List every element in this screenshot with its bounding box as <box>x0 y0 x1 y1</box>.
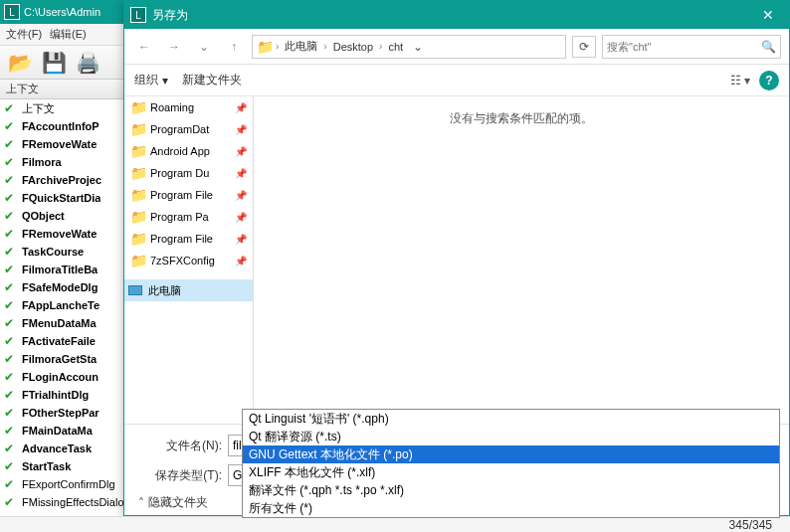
breadcrumb-dropdown[interactable]: ⌄ <box>409 40 427 54</box>
pin-icon: 📌 <box>235 256 247 266</box>
monitor-icon <box>128 285 142 295</box>
statusbar: 345/345 <box>0 516 790 532</box>
sidebar-item-this-pc[interactable]: 此电脑 <box>124 279 253 301</box>
sidebar-item-label: Program Du <box>150 167 229 179</box>
sidebar-item[interactable]: 📁Program Du📌 <box>124 162 253 184</box>
navbar: ← → ⌄ ↑ 📁 › 此电脑 › Desktop › cht ⌄ ⟳ 🔍 <box>124 29 789 65</box>
check-icon: ✔ <box>4 298 18 312</box>
menu-file[interactable]: 文件(F) <box>6 27 42 42</box>
sidebar-item[interactable]: 📁Program File📌 <box>124 228 253 250</box>
close-button[interactable]: ✕ <box>753 7 783 23</box>
context-item-label: FAccountInfoP <box>22 120 99 132</box>
pin-icon: 📌 <box>235 234 247 245</box>
save-icon[interactable]: 💾 <box>40 49 68 77</box>
filetype-label: 保存类型(T): <box>138 467 228 484</box>
pin-icon: 📌 <box>235 124 247 135</box>
sidebar-item[interactable]: 📁Program Pa📌 <box>124 206 253 228</box>
check-icon: ✔ <box>4 316 18 330</box>
folder-icon: 📁 <box>130 231 144 247</box>
status-count: 345/345 <box>729 518 772 532</box>
dropdown-item[interactable]: 翻译文件 (*.qph *.ts *.po *.xlf) <box>243 481 779 499</box>
context-item-label: FilmoraGetSta <box>22 353 97 365</box>
context-item-label: AdvanceTask <box>22 443 92 454</box>
help-icon[interactable]: ? <box>759 71 779 90</box>
sidebar-item-label: Program File <box>150 189 229 201</box>
open-icon[interactable]: 📂 <box>6 49 34 77</box>
folder-icon: 📁 <box>130 253 144 268</box>
chevron-right-icon: › <box>323 41 326 52</box>
dropdown-item[interactable]: Qt Linguist '短语书' (*.qph) <box>243 410 779 428</box>
context-item-label: StartTask <box>22 460 71 472</box>
dialog-app-icon: L <box>130 7 146 23</box>
filetype-dropdown[interactable]: Qt Linguist '短语书' (*.qph)Qt 翻译资源 (*.ts)G… <box>242 409 780 518</box>
folder-icon: 📁 <box>130 121 144 137</box>
recent-dropdown[interactable]: ⌄ <box>192 35 216 59</box>
sidebar-item-label: Roaming <box>150 101 229 113</box>
folder-icon: 📁 <box>130 143 144 159</box>
chevron-up-icon: ˄ <box>138 496 144 510</box>
check-icon: ✔ <box>4 406 18 420</box>
view-options-button[interactable]: ☷ ▾ <box>729 70 751 91</box>
breadcrumb-seg-1[interactable]: Desktop <box>329 41 377 53</box>
search-icon[interactable]: 🔍 <box>761 40 776 54</box>
check-icon: ✔ <box>4 119 18 133</box>
pin-icon: 📌 <box>235 190 247 201</box>
dropdown-item[interactable]: Qt 翻译资源 (*.ts) <box>243 428 779 445</box>
dropdown-item[interactable]: 所有文件 (*) <box>243 499 779 517</box>
content-area: 📁Roaming📌📁ProgramDat📌📁Android App📌📁Progr… <box>124 96 789 424</box>
chevron-right-icon: › <box>276 41 279 52</box>
context-item-label: FSafeModeDlg <box>22 281 98 293</box>
check-icon: ✔ <box>4 370 18 384</box>
sidebar-item[interactable]: 📁7zSFXConfig📌 <box>124 250 253 271</box>
search-box[interactable]: 🔍 <box>602 35 781 59</box>
forward-button[interactable]: → <box>162 35 186 59</box>
check-icon: ✔ <box>4 101 18 115</box>
filename-label: 文件名(N): <box>138 438 228 454</box>
print-icon[interactable]: 🖨️ <box>74 49 101 77</box>
context-item-label: FQuickStartDia <box>22 192 100 204</box>
chevron-down-icon: ▾ <box>162 74 168 88</box>
dialog-title: 另存为 <box>152 7 753 24</box>
folder-icon: 📁 <box>130 99 144 115</box>
context-item-label: FMainDataMa <box>22 425 93 437</box>
breadcrumb-seg-0[interactable]: 此电脑 <box>281 39 321 54</box>
sidebar-item[interactable]: 📁Roaming📌 <box>124 96 253 118</box>
context-item-label: FRemoveWate <box>22 138 97 150</box>
check-icon: ✔ <box>4 495 18 509</box>
context-item-label: FLoginAccoun <box>22 371 99 383</box>
sidebar-item-label: ProgramDat <box>150 123 229 135</box>
check-icon: ✔ <box>4 191 18 205</box>
sidebar-item-label: 7zSFXConfig <box>150 255 229 266</box>
dropdown-item[interactable]: GNU Gettext 本地化文件 (*.po) <box>243 445 779 463</box>
check-icon: ✔ <box>4 263 18 276</box>
context-item-label: TaskCourse <box>22 246 84 258</box>
folder-icon: 📁 <box>257 39 274 55</box>
check-icon: ✔ <box>4 442 18 455</box>
context-item-label: FRemoveWate <box>22 228 97 240</box>
sidebar-item-label: Program File <box>150 233 229 245</box>
sidebar-item[interactable]: 📁Android App📌 <box>124 140 253 162</box>
pin-icon: 📌 <box>235 212 247 223</box>
context-item-label: FilmoraTitleBa <box>22 264 98 275</box>
sidebar-item-label: Android App <box>150 145 229 157</box>
refresh-button[interactable]: ⟳ <box>572 36 596 58</box>
search-input[interactable] <box>607 41 761 53</box>
sidebar-item[interactable]: 📁Program File📌 <box>124 184 253 206</box>
chevron-right-icon: › <box>379 41 382 52</box>
context-item-label: FExportConfirmDlg <box>22 478 115 490</box>
breadcrumb[interactable]: 📁 › 此电脑 › Desktop › cht ⌄ <box>252 35 566 59</box>
check-icon: ✔ <box>4 334 18 348</box>
breadcrumb-seg-2[interactable]: cht <box>384 41 407 53</box>
dropdown-item[interactable]: XLIFF 本地化文件 (*.xlf) <box>243 463 779 481</box>
up-button[interactable]: ↑ <box>222 35 246 59</box>
pin-icon: 📌 <box>235 102 247 113</box>
check-icon: ✔ <box>4 245 18 259</box>
organize-button[interactable]: 组织 ▾ <box>134 72 168 89</box>
menu-edit[interactable]: 编辑(E) <box>50 27 87 42</box>
sidebar-item[interactable]: 📁ProgramDat📌 <box>124 118 253 140</box>
app-icon: L <box>4 4 20 20</box>
new-folder-button[interactable]: 新建文件夹 <box>182 72 242 89</box>
sidebar-item-label: 此电脑 <box>148 283 247 298</box>
check-icon: ✔ <box>4 280 18 294</box>
back-button[interactable]: ← <box>132 35 156 59</box>
